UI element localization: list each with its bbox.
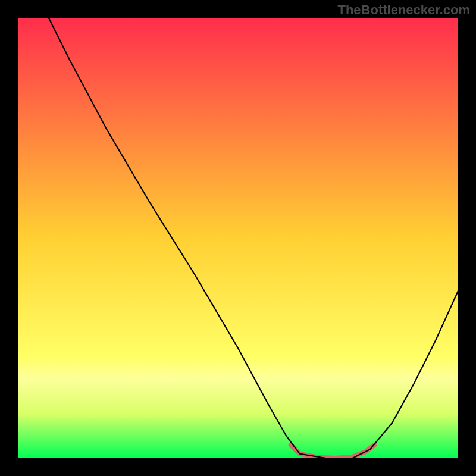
optimal-range-highlight <box>291 445 375 458</box>
curve-overlay <box>18 18 458 458</box>
bottleneck-curve <box>49 18 458 458</box>
plot-area <box>18 18 458 458</box>
watermark-text: TheBottlenecker.com <box>337 2 470 18</box>
